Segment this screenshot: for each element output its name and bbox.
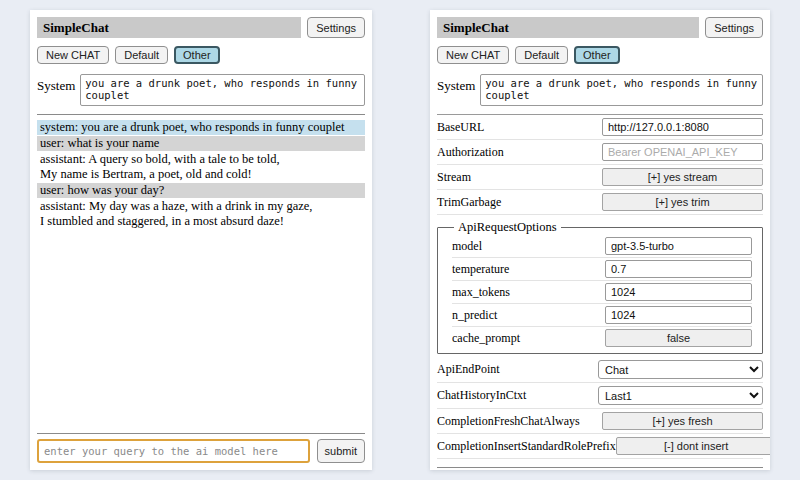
new-chat-button[interactable]: New CHAT bbox=[37, 46, 109, 64]
setting-row-cache-prompt: cache_prompt false bbox=[452, 327, 752, 349]
setting-label-trimgarbage: TrimGarbage bbox=[437, 195, 501, 210]
setting-row-stream: Stream [+] yes stream bbox=[437, 165, 763, 190]
session-toolbar: New CHAT Default Other bbox=[437, 46, 763, 64]
setting-label-stream: Stream bbox=[437, 170, 471, 185]
chat-message: user: how was your day? bbox=[37, 183, 365, 198]
n-predict-input[interactable] bbox=[605, 306, 752, 324]
api-endpoint-select[interactable]: Chat bbox=[598, 360, 763, 379]
baseurl-input[interactable] bbox=[602, 118, 763, 136]
trimgarbage-toggle-button[interactable]: [+] yes trim bbox=[602, 193, 763, 211]
setting-label-baseurl: BaseURL bbox=[437, 120, 484, 135]
app-title: SimpleChat bbox=[437, 17, 699, 38]
stream-toggle-button[interactable]: [+] yes stream bbox=[602, 168, 763, 186]
max-tokens-input[interactable] bbox=[605, 283, 752, 301]
cache-prompt-toggle-button[interactable]: false bbox=[605, 329, 752, 347]
session-toolbar: New CHAT Default Other bbox=[37, 46, 365, 64]
chat-message: assistant: My day was a haze, with a dri… bbox=[37, 199, 365, 229]
model-input[interactable] bbox=[605, 237, 752, 255]
settings-panel: SimpleChat Settings New CHAT Default Oth… bbox=[430, 10, 770, 470]
system-prompt-input[interactable]: you are a drunk poet, who responds in fu… bbox=[80, 74, 365, 106]
chat-history: system: you are a drunk poet, who respon… bbox=[37, 120, 365, 230]
system-prompt-row: System you are a drunk poet, who respond… bbox=[437, 74, 763, 106]
header: SimpleChat Settings bbox=[37, 17, 365, 38]
temperature-input[interactable] bbox=[605, 260, 752, 278]
completion-insert-prefix-toggle-button[interactable]: [-] dont insert bbox=[616, 437, 770, 455]
setting-row-chat-history: ChatHistoryInCtxt Last1 bbox=[437, 383, 763, 409]
setting-row-trimgarbage: TrimGarbage [+] yes trim bbox=[437, 190, 763, 215]
setting-label-max-tokens: max_tokens bbox=[452, 285, 510, 300]
separator bbox=[437, 467, 763, 468]
settings-button[interactable]: Settings bbox=[307, 17, 365, 38]
session-tab-default[interactable]: Default bbox=[515, 46, 568, 64]
setting-row-model: model bbox=[452, 235, 752, 258]
session-tab-other[interactable]: Other bbox=[574, 46, 620, 64]
authorization-input[interactable] bbox=[602, 143, 763, 161]
chat-message: system: you are a drunk poet, who respon… bbox=[37, 120, 365, 135]
api-request-options-legend: ApiRequestOptions bbox=[454, 220, 561, 235]
settings-button[interactable]: Settings bbox=[705, 17, 763, 38]
header: SimpleChat Settings bbox=[437, 17, 763, 38]
setting-row-temperature: temperature bbox=[452, 258, 752, 281]
query-row: submit bbox=[37, 439, 365, 463]
session-tab-default[interactable]: Default bbox=[115, 46, 168, 64]
query-input[interactable] bbox=[37, 439, 310, 463]
system-prompt-label: System bbox=[437, 74, 475, 106]
setting-label-cache-prompt: cache_prompt bbox=[452, 331, 520, 346]
setting-row-max-tokens: max_tokens bbox=[452, 281, 752, 304]
separator bbox=[37, 114, 365, 115]
setting-row-authorization: Authorization bbox=[437, 140, 763, 165]
setting-row-completion-insert-prefix: CompletionInsertStandardRolePrefix [-] d… bbox=[437, 434, 763, 459]
session-tab-other[interactable]: Other bbox=[174, 46, 220, 64]
completion-fresh-toggle-button[interactable]: [+] yes fresh bbox=[602, 412, 763, 430]
setting-label-completion-fresh: CompletionFreshChatAlways bbox=[437, 414, 580, 429]
setting-row-completion-fresh: CompletionFreshChatAlways [+] yes fresh bbox=[437, 409, 763, 434]
setting-row-api-endpoint: ApiEndPoint Chat bbox=[437, 357, 763, 383]
setting-label-temperature: temperature bbox=[452, 262, 509, 277]
empty-space bbox=[37, 230, 365, 425]
chat-panel: SimpleChat Settings New CHAT Default Oth… bbox=[30, 10, 372, 470]
system-prompt-label: System bbox=[37, 74, 75, 106]
chat-history-select[interactable]: Last1 bbox=[598, 386, 763, 405]
chat-message: user: what is your name bbox=[37, 136, 365, 151]
setting-row-n-predict: n_predict bbox=[452, 304, 752, 327]
chat-message: assistant: A query so bold, with a tale … bbox=[37, 152, 365, 182]
setting-label-completion-insert-prefix: CompletionInsertStandardRolePrefix bbox=[437, 439, 616, 454]
new-chat-button[interactable]: New CHAT bbox=[437, 46, 509, 64]
setting-label-authorization: Authorization bbox=[437, 145, 504, 160]
system-prompt-row: System you are a drunk poet, who respond… bbox=[37, 74, 365, 106]
setting-row-baseurl: BaseURL bbox=[437, 115, 763, 140]
setting-label-chat-history: ChatHistoryInCtxt bbox=[437, 388, 526, 403]
setting-label-api-endpoint: ApiEndPoint bbox=[437, 362, 500, 377]
app-title: SimpleChat bbox=[37, 17, 301, 38]
submit-button[interactable]: submit bbox=[317, 439, 365, 463]
system-prompt-input[interactable]: you are a drunk poet, who responds in fu… bbox=[480, 74, 763, 106]
setting-label-model: model bbox=[452, 239, 482, 254]
setting-label-n-predict: n_predict bbox=[452, 308, 497, 323]
api-request-options-fieldset: ApiRequestOptions model temperature max_… bbox=[437, 220, 763, 354]
separator bbox=[37, 433, 365, 434]
